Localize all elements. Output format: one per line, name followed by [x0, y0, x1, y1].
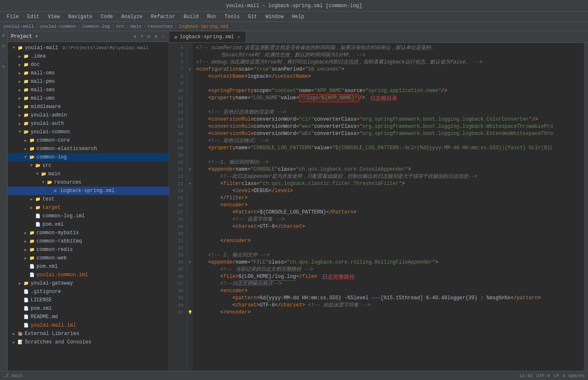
project-icon[interactable]: P — [0, 33, 7, 40]
menu-analyze[interactable]: Analyze — [118, 13, 146, 21]
tree-item-common-log[interactable]: ▼ 📂 common-log — [8, 153, 169, 161]
tree-label: mall-oms — [31, 70, 55, 76]
tree-item-common-log-iml[interactable]: 📄 common-log.iml — [8, 212, 169, 220]
tree-item-doc[interactable]: ▶ 📁 doc — [8, 61, 169, 69]
code-line-8: <contextName> logback </contextName> — [196, 73, 584, 80]
code-content[interactable]: <!-- scanPeriod:设置监测配置文档是否有修改的时间间隔，如果没有给… — [193, 43, 584, 371]
encoding[interactable]: UTF-8 — [536, 373, 550, 378]
code-line-34: <appender name="FILE" class="ch.qos.logb… — [196, 259, 584, 266]
tree-label: mall-ums — [31, 95, 55, 101]
breadcrumb-current: logback-spring.xml — [179, 24, 229, 29]
tree-item-pom-root[interactable]: 📄 pom.xml — [8, 304, 169, 313]
line-ending[interactable]: LF — [554, 373, 559, 378]
tab-logback-xml[interactable]: ⚙ logback-spring.xml ✕ — [169, 32, 246, 42]
tree-item-youlai-auth[interactable]: ▶ 📁 youlai-auth — [8, 119, 169, 128]
code-line-22: <!--此日志appender是为开发使用，只配置最低级别，控制台输出的日志级别… — [196, 173, 584, 180]
tree-label: target — [42, 205, 60, 211]
code-line-39: <pattern> %d{yyyy-MM-dd HH:mm:ss.SSS} -%… — [196, 295, 584, 302]
tree-item-mall-sms[interactable]: ▶ 📁 mall-sms — [8, 86, 169, 94]
tree-item-main[interactable]: ▼ 📂 main — [8, 170, 169, 178]
tree-item-common-rabbitmq[interactable]: ▶ 📁 common-rabbitmq — [8, 237, 169, 245]
menu-view[interactable]: View — [45, 13, 63, 21]
indent[interactable]: 4 spaces — [562, 373, 585, 378]
tree-item-scratches[interactable]: ▶ 📝 Scratches and Consoles — [8, 338, 169, 346]
breadcrumb-item[interactable]: common-log — [82, 24, 110, 29]
menu-git[interactable]: Git — [245, 13, 261, 21]
tree-item-pom-commonlog[interactable]: 📄 pom.xml — [8, 220, 169, 229]
panel-action-expand[interactable]: ⊟ — [146, 33, 152, 40]
tree-item-youlai-gateway[interactable]: ▶ 📁 youlai-gateway — [8, 279, 169, 288]
folder-icon: 📁 — [23, 112, 29, 119]
menu-code[interactable]: Code — [97, 13, 116, 21]
tree-item-mall-oms[interactable]: ▶ 📁 mall-oms — [8, 69, 169, 77]
panel-action-close[interactable]: — — [160, 33, 165, 40]
tree-item-common-mybatis[interactable]: ▶ 📁 common-mybatis — [8, 229, 169, 237]
tree-item-middleware[interactable]: ▶ 📁 middleware — [8, 103, 169, 111]
breadcrumb: youlai-mall › youlai-common › common-log… — [0, 22, 588, 31]
pull-icon[interactable]: ⇅ — [0, 63, 7, 70]
expand-arrow: ▶ — [17, 62, 23, 68]
expand-arrow: ▶ — [23, 146, 29, 152]
expand-arrow: ▶ — [17, 87, 23, 93]
code-line-37: <!--日志文档输出格式--> — [196, 280, 584, 288]
menu-run[interactable]: Run — [204, 13, 220, 21]
tree-item-mall-ums[interactable]: ▶ 📁 mall-ums — [8, 94, 169, 103]
tree-item-common-redis[interactable]: ▶ 📁 common-redis — [8, 245, 169, 254]
breadcrumb-item[interactable]: resources — [148, 24, 173, 29]
tree-label: logback-spring.xml — [60, 188, 115, 194]
tree-label: common-mybatis — [37, 230, 79, 236]
tree-item-youlai-common[interactable]: ▼ 📂 youlai-common — [8, 128, 169, 136]
panel-action-collapse[interactable]: ≡ — [139, 33, 145, 40]
file-icon: 📄 — [23, 297, 29, 303]
tree-item-youlai-mall[interactable]: ▼ 📁 youlai-mall D:\Projects\Java\My\youl… — [8, 44, 169, 52]
tree-item-youlai-admin[interactable]: ▶ 📁 youlai-admin — [8, 111, 169, 119]
code-line-17: <!-- 彩色日志格式: --> — [196, 137, 584, 145]
breadcrumb-item[interactable]: src — [116, 24, 124, 29]
tree-item-mall-pms[interactable]: ▶ 📁 mall-pms — [8, 77, 169, 86]
menu-tools[interactable]: Tools — [221, 13, 243, 21]
tree-item-readme[interactable]: 📄 README.md — [8, 313, 169, 321]
tree-item-common-web[interactable]: ▶ 📁 common-web — [8, 254, 169, 262]
tree-item-test[interactable]: ▶ 📁 test — [8, 195, 169, 203]
tree-item-external-libs[interactable]: ▶ 📚 External Libraries — [8, 330, 169, 338]
breadcrumb-item[interactable]: youlai-mall — [3, 24, 34, 29]
tree-label: common-elasticsearch — [37, 146, 97, 152]
pom-icon: 📄 — [23, 305, 29, 312]
tree-item-common-es[interactable]: ▶ 📁 common-elasticsearch — [8, 145, 169, 153]
expand-arrow: ▶ — [23, 137, 29, 143]
tree-item-target[interactable]: ▶ 📁 target — [8, 203, 169, 212]
tree-item-logback-xml[interactable]: ⚙ logback-spring.xml — [8, 187, 169, 195]
tree-item-pom-common[interactable]: 📄 pom.xml — [8, 262, 169, 271]
folder-icon: 📁 — [34, 204, 41, 211]
tree-label: External Libraries — [25, 331, 79, 337]
breadcrumb-item[interactable]: main — [131, 24, 142, 29]
tree-item-resources[interactable]: ▼ 📂 resources — [8, 178, 169, 187]
menu-window[interactable]: Window — [262, 13, 287, 21]
expand-arrow: ▶ — [17, 280, 23, 286]
tab-close-button[interactable]: ✕ — [236, 34, 241, 40]
tree-item-youlai-mall-iml[interactable]: 📄 youlai-mall.iml — [8, 321, 169, 330]
panel-action-locate[interactable]: ⊕ — [132, 33, 138, 40]
commit-icon[interactable]: ↑ — [0, 53, 7, 60]
git-branch[interactable]: ⎇ main — [3, 373, 23, 378]
menu-help[interactable]: Help — [289, 13, 307, 21]
menu-refactor[interactable]: Refactor — [147, 13, 178, 21]
menu-edit[interactable]: Edit — [24, 13, 43, 21]
structure-icon[interactable]: ≡ — [0, 43, 7, 50]
menu-file[interactable]: File — [3, 13, 22, 21]
tree-label-path: D:\Projects\Java\My\youlai-mall — [60, 45, 148, 50]
tree-item-youlai-common-iml[interactable]: 📄 youlai-common.iml — [8, 271, 169, 279]
tree-item-gitignore[interactable]: 📄 .gitignore — [8, 288, 169, 296]
editor-area: ⚙ logback-spring.xml ✕ 4 5 6 7 8 9 10 11… — [169, 31, 588, 371]
panel-action-settings[interactable]: ⚙ — [153, 33, 159, 40]
code-line-16: <conversionRule conversionWord="wEx" con… — [196, 130, 584, 137]
menu-navigate[interactable]: Navigate — [65, 13, 96, 21]
code-line-19 — [196, 152, 584, 159]
tree-item-common-core[interactable]: ▶ 📁 common-core — [8, 136, 169, 145]
tree-item-idea[interactable]: ▶ 📁 .idea — [8, 52, 169, 61]
tree-item-src[interactable]: ▼ 📂 src — [8, 161, 169, 170]
title-bar: youlai-mall – logback-spring.xml [common… — [0, 0, 588, 12]
breadcrumb-item[interactable]: youlai-common — [40, 24, 76, 29]
tree-item-license[interactable]: 📄 LICENSE — [8, 296, 169, 304]
menu-build[interactable]: Build — [180, 13, 202, 21]
